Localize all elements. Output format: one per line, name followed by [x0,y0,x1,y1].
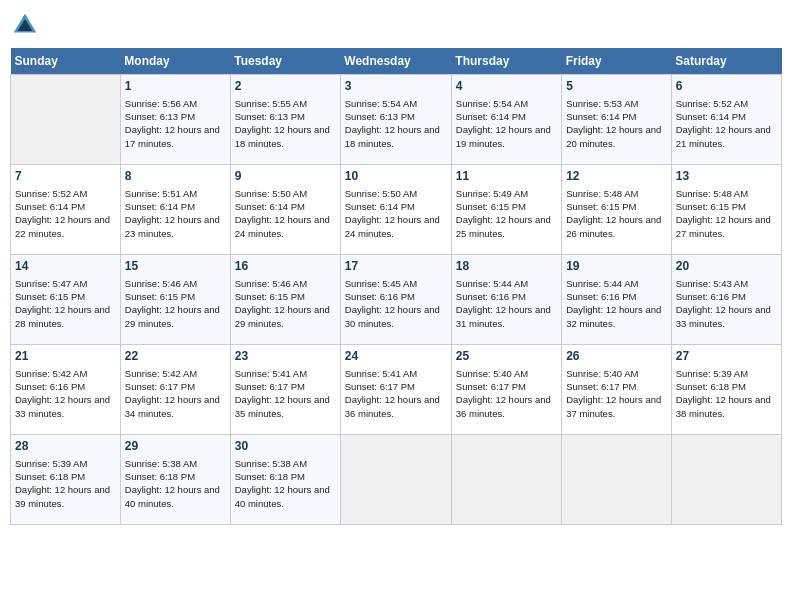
sunrise: Sunrise: 5:38 AM [235,458,307,469]
calendar-cell: 7Sunrise: 5:52 AMSunset: 6:14 PMDaylight… [11,165,121,255]
daylight: Daylight: 12 hours and 34 minutes. [125,394,220,418]
daylight: Daylight: 12 hours and 36 minutes. [345,394,440,418]
calendar-cell: 14Sunrise: 5:47 AMSunset: 6:15 PMDayligh… [11,255,121,345]
sunset: Sunset: 6:13 PM [125,111,195,122]
daylight: Daylight: 12 hours and 35 minutes. [235,394,330,418]
sunrise: Sunrise: 5:43 AM [676,278,748,289]
daylight: Daylight: 12 hours and 31 minutes. [456,304,551,328]
calendar-cell: 30Sunrise: 5:38 AMSunset: 6:18 PMDayligh… [230,435,340,525]
day-number: 16 [235,258,336,275]
daylight: Daylight: 12 hours and 33 minutes. [676,304,771,328]
calendar-cell: 12Sunrise: 5:48 AMSunset: 6:15 PMDayligh… [562,165,672,255]
sunrise: Sunrise: 5:40 AM [456,368,528,379]
weekday-header: Wednesday [340,48,451,75]
daylight: Daylight: 12 hours and 18 minutes. [345,124,440,148]
day-number: 11 [456,168,557,185]
sunrise: Sunrise: 5:52 AM [676,98,748,109]
day-number: 4 [456,78,557,95]
sunrise: Sunrise: 5:47 AM [15,278,87,289]
day-number: 9 [235,168,336,185]
sunset: Sunset: 6:17 PM [456,381,526,392]
sunrise: Sunrise: 5:45 AM [345,278,417,289]
sunrise: Sunrise: 5:42 AM [125,368,197,379]
sunrise: Sunrise: 5:44 AM [566,278,638,289]
daylight: Daylight: 12 hours and 22 minutes. [15,214,110,238]
calendar-week: 14Sunrise: 5:47 AMSunset: 6:15 PMDayligh… [11,255,782,345]
calendar-cell: 18Sunrise: 5:44 AMSunset: 6:16 PMDayligh… [451,255,561,345]
sunset: Sunset: 6:18 PM [125,471,195,482]
day-number: 13 [676,168,777,185]
sunrise: Sunrise: 5:39 AM [676,368,748,379]
sunset: Sunset: 6:17 PM [345,381,415,392]
sunrise: Sunrise: 5:53 AM [566,98,638,109]
calendar-cell: 25Sunrise: 5:40 AMSunset: 6:17 PMDayligh… [451,345,561,435]
sunrise: Sunrise: 5:48 AM [566,188,638,199]
sunset: Sunset: 6:15 PM [235,291,305,302]
sunrise: Sunrise: 5:44 AM [456,278,528,289]
daylight: Daylight: 12 hours and 33 minutes. [15,394,110,418]
calendar-cell: 8Sunrise: 5:51 AMSunset: 6:14 PMDaylight… [120,165,230,255]
sunset: Sunset: 6:15 PM [15,291,85,302]
day-number: 28 [15,438,116,455]
day-number: 20 [676,258,777,275]
sunrise: Sunrise: 5:46 AM [125,278,197,289]
sunrise: Sunrise: 5:49 AM [456,188,528,199]
calendar-cell: 10Sunrise: 5:50 AMSunset: 6:14 PMDayligh… [340,165,451,255]
calendar-cell: 16Sunrise: 5:46 AMSunset: 6:15 PMDayligh… [230,255,340,345]
day-number: 7 [15,168,116,185]
daylight: Daylight: 12 hours and 40 minutes. [235,484,330,508]
daylight: Daylight: 12 hours and 36 minutes. [456,394,551,418]
calendar-cell [451,435,561,525]
sunrise: Sunrise: 5:50 AM [235,188,307,199]
day-number: 1 [125,78,226,95]
sunset: Sunset: 6:17 PM [125,381,195,392]
sunset: Sunset: 6:15 PM [125,291,195,302]
sunset: Sunset: 6:15 PM [456,201,526,212]
calendar-cell: 3Sunrise: 5:54 AMSunset: 6:13 PMDaylight… [340,75,451,165]
sunrise: Sunrise: 5:52 AM [15,188,87,199]
calendar-week: 7Sunrise: 5:52 AMSunset: 6:14 PMDaylight… [11,165,782,255]
day-number: 30 [235,438,336,455]
calendar-cell: 21Sunrise: 5:42 AMSunset: 6:16 PMDayligh… [11,345,121,435]
calendar-cell: 5Sunrise: 5:53 AMSunset: 6:14 PMDaylight… [562,75,672,165]
sunset: Sunset: 6:14 PM [345,201,415,212]
sunset: Sunset: 6:18 PM [235,471,305,482]
sunset: Sunset: 6:16 PM [15,381,85,392]
day-number: 18 [456,258,557,275]
daylight: Daylight: 12 hours and 27 minutes. [676,214,771,238]
daylight: Daylight: 12 hours and 26 minutes. [566,214,661,238]
day-number: 15 [125,258,226,275]
sunrise: Sunrise: 5:48 AM [676,188,748,199]
calendar-cell [562,435,672,525]
sunset: Sunset: 6:18 PM [15,471,85,482]
weekday-header: Saturday [671,48,781,75]
day-number: 29 [125,438,226,455]
sunset: Sunset: 6:15 PM [566,201,636,212]
calendar-cell: 27Sunrise: 5:39 AMSunset: 6:18 PMDayligh… [671,345,781,435]
daylight: Daylight: 12 hours and 39 minutes. [15,484,110,508]
calendar-cell: 29Sunrise: 5:38 AMSunset: 6:18 PMDayligh… [120,435,230,525]
calendar-cell [340,435,451,525]
calendar-cell: 28Sunrise: 5:39 AMSunset: 6:18 PMDayligh… [11,435,121,525]
day-number: 21 [15,348,116,365]
sunrise: Sunrise: 5:50 AM [345,188,417,199]
day-number: 14 [15,258,116,275]
sunset: Sunset: 6:17 PM [235,381,305,392]
sunrise: Sunrise: 5:41 AM [345,368,417,379]
sunset: Sunset: 6:18 PM [676,381,746,392]
day-number: 25 [456,348,557,365]
calendar-header: SundayMondayTuesdayWednesdayThursdayFrid… [11,48,782,75]
daylight: Daylight: 12 hours and 20 minutes. [566,124,661,148]
sunrise: Sunrise: 5:39 AM [15,458,87,469]
sunset: Sunset: 6:13 PM [345,111,415,122]
daylight: Daylight: 12 hours and 24 minutes. [235,214,330,238]
day-number: 5 [566,78,667,95]
daylight: Daylight: 12 hours and 28 minutes. [15,304,110,328]
calendar-cell: 11Sunrise: 5:49 AMSunset: 6:15 PMDayligh… [451,165,561,255]
calendar-cell: 9Sunrise: 5:50 AMSunset: 6:14 PMDaylight… [230,165,340,255]
sunset: Sunset: 6:16 PM [566,291,636,302]
daylight: Daylight: 12 hours and 19 minutes. [456,124,551,148]
calendar-cell: 22Sunrise: 5:42 AMSunset: 6:17 PMDayligh… [120,345,230,435]
day-number: 12 [566,168,667,185]
day-number: 26 [566,348,667,365]
